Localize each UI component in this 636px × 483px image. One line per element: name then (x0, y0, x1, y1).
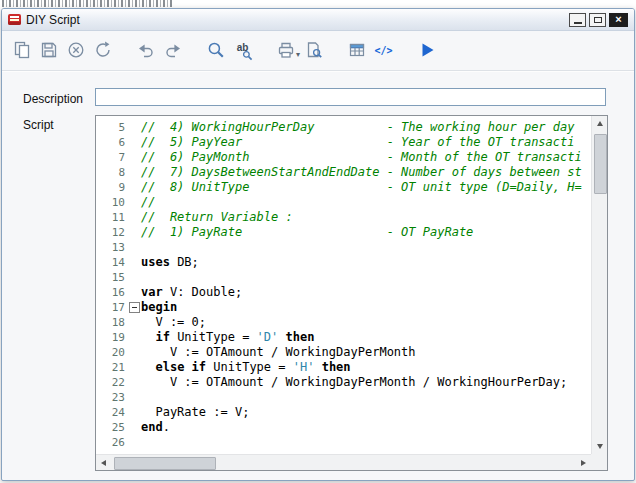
print-preview-button[interactable] (300, 36, 327, 64)
close-button[interactable]: × (609, 13, 628, 27)
vertical-scrollbar[interactable] (591, 116, 607, 454)
screen: DIY Script × (0, 0, 636, 483)
run-icon (417, 40, 437, 60)
find-text-button[interactable]: ab (229, 36, 256, 64)
code-line[interactable]: 8// 7) DaysBetweenStartAndEndDate - Numb… (96, 165, 591, 180)
find-text-magnifier-icon (242, 50, 253, 61)
redo-icon (163, 40, 183, 60)
minimize-icon (574, 22, 582, 24)
line-number: 11 (96, 210, 127, 225)
fold-gutter (127, 120, 141, 135)
line-number: 13 (96, 240, 127, 255)
code-text: V := OTAmount / WorkingDayPerMonth / Wor… (141, 375, 567, 390)
search-button[interactable] (202, 36, 229, 64)
code-line[interactable]: 13 (96, 240, 591, 255)
scroll-right-button[interactable] (576, 455, 591, 470)
code-text: // 5) PayYear - Year of the OT transacti (141, 135, 574, 150)
code-line[interactable]: 15 (96, 270, 591, 285)
code-text: V := 0; (141, 315, 206, 330)
fold-gutter (127, 330, 141, 345)
description-label: Description (23, 92, 83, 106)
fold-gutter (127, 180, 141, 195)
code-line[interactable]: 6// 5) PayYear - Year of the OT transact… (96, 135, 591, 150)
scroll-left-button[interactable] (96, 455, 111, 470)
description-input[interactable] (95, 88, 606, 106)
code-line[interactable]: 7// 6) PayMonth - Month of the OT transa… (96, 150, 591, 165)
maximize-icon (594, 17, 602, 23)
line-number: 9 (96, 180, 127, 195)
toolbar: ab ▾ (2, 31, 634, 69)
search-icon (206, 40, 226, 60)
undo-button[interactable] (132, 36, 159, 64)
line-number: 22 (96, 375, 127, 390)
fold-gutter (127, 420, 141, 435)
code-line[interactable]: 9// 8) UnitType - OT unit type (D=Daily,… (96, 180, 591, 195)
code-text: uses DB; (141, 255, 199, 270)
code-text: // 7) DaysBetweenStartAndEndDate - Numbe… (141, 165, 582, 180)
fold-collapse-icon[interactable] (127, 300, 141, 315)
code-line[interactable]: 18 V := 0; (96, 315, 591, 330)
print-preview-icon (304, 40, 324, 60)
line-number: 8 (96, 165, 127, 180)
code-line[interactable]: 5// 4) WorkingHourPerDay - The working h… (96, 120, 591, 135)
line-number: 6 (96, 135, 127, 150)
app-icon (8, 14, 21, 25)
fold-gutter (127, 345, 141, 360)
fold-gutter (127, 150, 141, 165)
export-table-button[interactable] (343, 36, 370, 64)
code-line[interactable]: 20 V := OTAmount / WorkingDayPerMonth (96, 345, 591, 360)
horizontal-scroll-thumb[interactable] (114, 457, 216, 470)
scroll-down-icon (597, 444, 603, 449)
fold-gutter (127, 135, 141, 150)
line-number: 16 (96, 285, 127, 300)
code-line[interactable]: 25end. (96, 420, 591, 435)
line-number: 21 (96, 360, 127, 375)
scroll-down-button[interactable] (592, 439, 607, 454)
background-window-sliver (2, 0, 172, 7)
line-number: 23 (96, 390, 127, 405)
code-line[interactable]: 26 (96, 435, 591, 450)
fold-gutter (127, 360, 141, 375)
scrollbar-corner (591, 454, 607, 470)
diy-script-dialog: DIY Script × (1, 8, 635, 481)
code-line[interactable]: 10// (96, 195, 591, 210)
code-line[interactable]: 21 else if UnitType = 'H' then (96, 360, 591, 375)
cancel-button[interactable] (62, 36, 89, 64)
code-line[interactable]: 14uses DB; (96, 255, 591, 270)
scroll-up-button[interactable] (592, 116, 607, 131)
code-text: // Return Variable : (141, 210, 293, 225)
code-line[interactable]: 17begin (96, 300, 591, 315)
code-text: var V: Double; (141, 285, 242, 300)
vertical-scroll-thumb[interactable] (594, 134, 607, 194)
window-title: DIY Script (26, 13, 80, 27)
copy-script-button[interactable] (8, 36, 35, 64)
copy-script-icon (12, 40, 32, 60)
cancel-icon (66, 40, 86, 60)
code-line[interactable]: 22 V := OTAmount / WorkingDayPerMonth / … (96, 375, 591, 390)
horizontal-scrollbar[interactable] (96, 454, 591, 470)
minimize-button[interactable] (569, 13, 586, 27)
fold-gutter (127, 240, 141, 255)
code-line[interactable]: 23 (96, 390, 591, 405)
run-button[interactable] (413, 36, 440, 64)
code-line[interactable]: 11// Return Variable : (96, 210, 591, 225)
code-line[interactable]: 19 if UnitType = 'D' then (96, 330, 591, 345)
scroll-right-icon (581, 460, 586, 466)
code-lines[interactable]: 5// 4) WorkingHourPerDay - The working h… (96, 116, 591, 454)
line-number: 26 (96, 435, 127, 450)
redo-button[interactable] (159, 36, 186, 64)
script-label: Script (23, 118, 54, 132)
fold-gutter (127, 210, 141, 225)
code-view-button[interactable]: </> (370, 36, 397, 64)
code-line[interactable]: 12// 1) PayRate - OT PayRate (96, 225, 591, 240)
line-number: 17 (96, 300, 127, 315)
titlebar[interactable]: DIY Script × (2, 9, 634, 31)
script-editor[interactable]: 5// 4) WorkingHourPerDay - The working h… (95, 115, 608, 471)
code-line[interactable]: 16var V: Double; (96, 285, 591, 300)
print-button[interactable] (272, 36, 299, 64)
refresh-button[interactable] (89, 36, 116, 64)
maximize-button[interactable] (589, 13, 606, 27)
save-button[interactable] (35, 36, 62, 64)
code-line[interactable]: 24 PayRate := V; (96, 405, 591, 420)
line-number: 25 (96, 420, 127, 435)
